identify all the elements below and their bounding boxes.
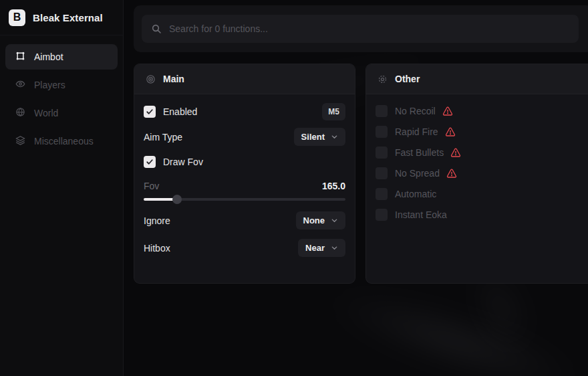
- instant-eoka-label: Instant Eoka: [395, 209, 447, 220]
- sidebar-header: B Bleak External: [0, 0, 123, 35]
- ignore-dropdown[interactable]: None: [296, 211, 346, 229]
- draw-fov-checkbox[interactable]: [144, 156, 156, 168]
- fov-label: Fov: [144, 181, 159, 191]
- draw-fov-label: Draw Fov: [163, 157, 203, 167]
- sidebar-item-aimbot[interactable]: Aimbot: [5, 44, 118, 70]
- ignore-value: None: [303, 215, 325, 225]
- instant-eoka-row: Instant Eoka: [376, 209, 588, 221]
- gear-icon: [378, 74, 388, 84]
- warning-icon: [446, 168, 457, 179]
- no-recoil-label: No Recoil: [395, 106, 436, 116]
- fast-bullets-checkbox[interactable]: [376, 147, 388, 159]
- app-logo: B: [9, 9, 25, 26]
- sidebar-item-label: World: [34, 108, 58, 118]
- panel-title: Main: [163, 74, 184, 84]
- search-container: [134, 5, 588, 52]
- no-recoil-row: No Recoil: [376, 105, 588, 117]
- chevron-down-icon: [331, 133, 338, 140]
- panel-other: Other No Recoil Rapid Fire Fast Bullets: [365, 64, 588, 284]
- aim-type-dropdown[interactable]: Silent: [294, 128, 345, 146]
- sidebar-item-label: Aimbot: [34, 52, 63, 62]
- automatic-checkbox[interactable]: [376, 188, 388, 200]
- instant-eoka-checkbox[interactable]: [376, 209, 388, 221]
- warning-icon: [450, 147, 461, 158]
- panel-main-header: Main: [134, 64, 355, 94]
- fov-slider-thumb[interactable]: [172, 195, 182, 204]
- warning-icon: [445, 126, 456, 137]
- enabled-checkbox[interactable]: [144, 106, 156, 118]
- search-input[interactable]: [169, 23, 569, 34]
- scan-icon: [15, 51, 25, 63]
- fov-value: 165.0: [322, 181, 345, 191]
- sidebar-item-world[interactable]: World: [5, 100, 118, 126]
- warning-icon: [442, 106, 453, 116]
- aim-type-label: Aim Type: [144, 132, 182, 143]
- no-recoil-checkbox[interactable]: [376, 105, 388, 117]
- sidebar-item-label: Miscellaneous: [34, 136, 94, 147]
- no-spread-row: No Spread: [376, 167, 588, 179]
- aim-type-value: Silent: [301, 132, 325, 142]
- aim-type-row: Aim Type Silent: [144, 128, 345, 146]
- no-spread-label: No Spread: [395, 168, 440, 179]
- chevron-down-icon: [331, 244, 338, 252]
- no-spread-checkbox[interactable]: [376, 167, 388, 179]
- panel-other-header: Other: [366, 64, 588, 94]
- sidebar-item-miscellaneous[interactable]: Miscellaneous: [5, 128, 118, 154]
- enabled-row: Enabled M5: [144, 103, 345, 120]
- app-title: Bleak External: [33, 12, 103, 23]
- hitbox-dropdown[interactable]: Near: [298, 239, 345, 257]
- sidebar-nav: Aimbot Players World: [0, 35, 123, 165]
- eye-icon: [15, 79, 25, 91]
- fov-slider-row: [144, 198, 345, 201]
- fov-slider[interactable]: [144, 198, 345, 201]
- hitbox-row: Hitbox Near: [144, 239, 345, 257]
- rapid-fire-row: Rapid Fire: [376, 126, 588, 138]
- search-box[interactable]: [142, 15, 579, 43]
- sidebar-item-label: Players: [34, 80, 65, 90]
- panel-main-body: Enabled M5 Aim Type Silent Draw Fov Fov …: [134, 94, 355, 273]
- hitbox-label: Hitbox: [144, 243, 170, 254]
- globe-icon: [15, 107, 25, 119]
- rapid-fire-label: Rapid Fire: [395, 126, 438, 137]
- layers-icon: [15, 135, 25, 147]
- fast-bullets-row: Fast Bullets: [376, 147, 588, 159]
- sidebar-item-players[interactable]: Players: [5, 72, 118, 98]
- ignore-row: Ignore None: [144, 211, 345, 229]
- enabled-label: Enabled: [163, 106, 197, 117]
- hitbox-value: Near: [305, 243, 325, 253]
- fast-bullets-label: Fast Bullets: [395, 147, 444, 158]
- target-icon: [146, 74, 156, 84]
- panel-main: Main Enabled M5 Aim Type Silent Draw Fov: [134, 64, 355, 284]
- search-icon: [151, 23, 162, 34]
- chevron-down-icon: [331, 217, 338, 224]
- sidebar: B Bleak External Aimbot: [0, 0, 124, 376]
- panel-other-body: No Recoil Rapid Fire Fast Bullets No Spr…: [366, 94, 588, 238]
- ignore-label: Ignore: [144, 215, 170, 226]
- panel-title: Other: [395, 74, 420, 84]
- automatic-label: Automatic: [395, 189, 436, 199]
- keybind-button[interactable]: M5: [322, 103, 345, 120]
- fov-row: Fov 165.0: [144, 177, 345, 194]
- automatic-row: Automatic: [376, 188, 588, 200]
- draw-fov-row: Draw Fov: [144, 153, 345, 170]
- rapid-fire-checkbox[interactable]: [376, 126, 388, 138]
